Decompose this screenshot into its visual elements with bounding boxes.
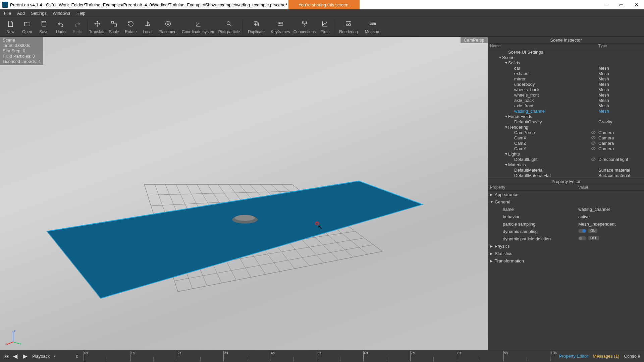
timeline[interactable]: 0 0s1s2s3s4s5s6s7s8s9s10s bbox=[63, 351, 553, 361]
tick-minor bbox=[480, 356, 480, 362]
toolbar-placement-button[interactable]: Placement bbox=[156, 18, 180, 36]
visibility-icon[interactable] bbox=[591, 141, 598, 145]
tree-item-defaultgravity[interactable]: DefaultGravityGravity bbox=[488, 119, 644, 124]
prop-particle-sampling[interactable]: particle samplingMesh_Independent bbox=[488, 220, 644, 228]
toolbar-new-button[interactable]: New bbox=[2, 18, 19, 36]
toolbar-keyframes-button[interactable]: Keyframes bbox=[268, 18, 292, 36]
toolbar-undo-button[interactable]: Undo bbox=[52, 18, 69, 36]
property-editor-panel: Property Editor Property Value ▶Appearan… bbox=[488, 178, 644, 350]
rewind-button[interactable]: ⏮ bbox=[3, 353, 10, 360]
step-back-button[interactable]: ◀| bbox=[12, 353, 19, 360]
tree-item-solids[interactable]: ▼Solids bbox=[488, 60, 644, 65]
rotate-icon bbox=[126, 19, 135, 28]
toolbar-pick-particle-button[interactable]: Pick particle bbox=[217, 18, 241, 36]
playback-dropdown[interactable]: ▾ bbox=[54, 354, 58, 358]
maximize-button[interactable]: ▭ bbox=[614, 0, 629, 9]
prop-name[interactable]: namewading_channel bbox=[488, 205, 644, 213]
tree-item-wading_channel[interactable]: wading_channelMesh bbox=[488, 108, 644, 114]
toolbar-rotate-button[interactable]: Rotate bbox=[122, 18, 139, 36]
tree-item-wheels_back[interactable]: wheels_backMesh bbox=[488, 87, 644, 92]
minimize-button[interactable]: — bbox=[599, 0, 614, 9]
toolbar-separator bbox=[243, 19, 243, 34]
tree-item-force-fields[interactable]: ▼Force Fields bbox=[488, 114, 644, 119]
play-button[interactable]: ▶ bbox=[21, 353, 29, 360]
tick-label: 10s bbox=[551, 351, 557, 355]
tab-messages[interactable]: Messages (1) bbox=[593, 354, 620, 359]
menu-file[interactable]: File bbox=[1, 10, 14, 16]
tree-item-scene[interactable]: ▼Scene bbox=[488, 55, 644, 60]
tree-item-rendering[interactable]: ▼Rendering bbox=[488, 124, 644, 130]
svg-rect-6 bbox=[254, 22, 257, 25]
toolbar-open-button[interactable]: Open bbox=[19, 18, 36, 36]
toolbar-duplicate-button[interactable]: Duplicate bbox=[244, 18, 268, 36]
tick-major bbox=[457, 351, 457, 361]
tree-item-exhaust[interactable]: exhaustMesh bbox=[488, 71, 644, 76]
prop-group-statistics[interactable]: ▶Statistics bbox=[488, 250, 644, 257]
visibility-icon[interactable] bbox=[591, 146, 598, 151]
toolbar-connections-button[interactable]: Connections bbox=[292, 18, 317, 36]
tree-item-camy[interactable]: CamYCamera bbox=[488, 146, 644, 151]
playback-label: Playback bbox=[32, 354, 50, 359]
toolbar-plots-button[interactable]: Plots bbox=[317, 18, 333, 36]
tree-item-campersp[interactable]: CamPerspCamera bbox=[488, 130, 644, 135]
menu-settings[interactable]: Settings bbox=[28, 10, 49, 16]
duplicate-icon bbox=[252, 19, 261, 28]
prop-group-appearance[interactable]: ▶Appearance bbox=[488, 191, 644, 198]
toolbar-separator bbox=[335, 19, 335, 34]
header-value: Value bbox=[578, 185, 642, 190]
tree-item-camx[interactable]: CamXCamera bbox=[488, 135, 644, 140]
tree-item-wheels_front[interactable]: wheels_frontMesh bbox=[488, 92, 644, 98]
visibility-icon[interactable] bbox=[591, 130, 598, 135]
toolbar-local-button[interactable]: Local bbox=[139, 18, 156, 36]
tree-item-mirror[interactable]: mirrorMesh bbox=[488, 76, 644, 81]
toolbar-coordinate-system-button[interactable]: Coordinate system bbox=[180, 18, 217, 36]
toggle-switch[interactable] bbox=[578, 236, 586, 240]
toolbar-scale-button[interactable]: Scale bbox=[106, 18, 122, 36]
rendering-icon bbox=[344, 19, 353, 28]
toolbar-measure-button[interactable]: Measure bbox=[361, 18, 385, 36]
visibility-icon[interactable] bbox=[591, 157, 598, 162]
scene-inspector-title: Scene Inspector bbox=[488, 37, 644, 44]
svg-text:y: y bbox=[20, 342, 21, 345]
tick-major bbox=[223, 351, 224, 361]
svg-rect-2 bbox=[114, 24, 116, 26]
tree-item-defaultlight[interactable]: DefaultLightDirectional light bbox=[488, 157, 644, 162]
coord-icon bbox=[194, 19, 203, 28]
toolbar-translate-button[interactable]: Translate bbox=[89, 18, 106, 36]
scale-icon bbox=[110, 19, 118, 28]
viewport-3d[interactable]: Scene Time: 0.0000s Sim Step: 0 Fluid Pa… bbox=[0, 37, 488, 350]
svg-point-10 bbox=[302, 21, 304, 23]
prop-group-physics[interactable]: ▶Physics bbox=[488, 242, 644, 250]
tree-item-car[interactable]: carMesh bbox=[488, 65, 644, 71]
tree-item-lights[interactable]: ▼Lights bbox=[488, 151, 644, 157]
tree-item-materials[interactable]: ▼Materials bbox=[488, 162, 644, 167]
close-button[interactable]: ✕ bbox=[629, 0, 644, 9]
expand-arrow-icon: ▼ bbox=[504, 125, 508, 129]
toggle-switch[interactable] bbox=[578, 229, 586, 233]
toolbar-rendering-button[interactable]: Rendering bbox=[336, 18, 361, 36]
prop-dynamic-sampling[interactable]: dynamic samplingON bbox=[488, 228, 644, 235]
toolbar-save-button[interactable]: Save bbox=[36, 18, 52, 36]
tree-item-underbody[interactable]: underbodyMesh bbox=[488, 81, 644, 87]
scene-tree[interactable]: Scene UI Settings▼Scene▼SolidscarMeshexh… bbox=[488, 49, 644, 178]
menu-help[interactable]: Help bbox=[74, 10, 88, 16]
tree-item-defaultmaterialflat[interactable]: DefaultMaterialFlatSurface material bbox=[488, 173, 644, 178]
prop-dynamic-particle-deletion[interactable]: dynamic particle deletionOFF bbox=[488, 235, 644, 242]
menu-windows[interactable]: Windows bbox=[50, 10, 73, 16]
expand-arrow-icon: ▶ bbox=[490, 244, 495, 248]
menu-add[interactable]: Add bbox=[14, 10, 28, 16]
tree-item-camz[interactable]: CamZCamera bbox=[488, 140, 644, 146]
prop-group-general[interactable]: ▼General bbox=[488, 198, 644, 205]
tick-label: 1s bbox=[131, 351, 135, 355]
tick-major bbox=[270, 351, 270, 361]
tab-property-editor[interactable]: Property Editor bbox=[559, 354, 588, 359]
tab-console[interactable]: Console bbox=[624, 354, 640, 359]
placement-icon bbox=[164, 19, 172, 28]
tree-item-defaultmaterial[interactable]: DefaultMaterialSurface material bbox=[488, 167, 644, 173]
visibility-icon[interactable] bbox=[591, 135, 598, 140]
tree-item-axle_front[interactable]: axle_frontMesh bbox=[488, 103, 644, 108]
tree-item-scene-ui-settings[interactable]: Scene UI Settings bbox=[488, 49, 644, 55]
prop-behavior[interactable]: behavioractive bbox=[488, 213, 644, 220]
prop-group-transformation[interactable]: ▶Transformation bbox=[488, 257, 644, 264]
tree-item-axle_back[interactable]: axle_backMesh bbox=[488, 98, 644, 103]
